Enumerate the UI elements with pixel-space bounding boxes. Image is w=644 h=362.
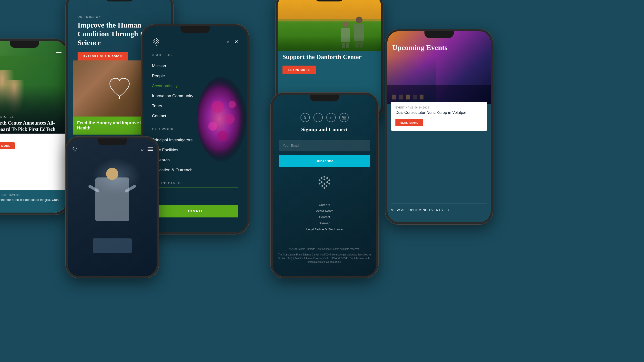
svg-point-33 (74, 151, 75, 152)
nav-item-mission[interactable]: Mission (152, 61, 238, 71)
menu-icon[interactable] (148, 147, 153, 151)
phone1-title: Danforth Center Announces All-Star Board… (0, 120, 62, 139)
about-us-label: ABOUT US (152, 53, 238, 59)
media-room-link[interactable]: Media Room (273, 208, 376, 214)
linkedin-icon[interactable]: in (326, 113, 336, 122)
svg-point-47 (324, 187, 325, 189)
phone-lab: ⌕ (66, 136, 158, 278)
svg-point-7 (157, 41, 158, 42)
svg-point-39 (328, 179, 330, 181)
svg-point-25 (76, 148, 77, 149)
phone1-header: 🔍 (0, 49, 62, 55)
arrow-icon: → (446, 207, 450, 213)
facebook-icon[interactable]: f (314, 113, 323, 122)
svg-point-24 (73, 148, 74, 149)
phone1-bottom-section: NEWS & STORIES 06.24.2019 Duis consectet… (0, 190, 66, 213)
svg-point-28 (74, 150, 75, 150)
svg-point-8 (156, 42, 157, 43)
event-tag: EVENT NAME 06.24.2019 (396, 106, 483, 109)
svg-point-19 (217, 131, 228, 141)
read-more-button[interactable]: READ MORE (0, 142, 15, 149)
svg-point-15 (212, 101, 224, 113)
svg-point-10 (158, 42, 159, 43)
svg-point-14 (197, 75, 247, 163)
svg-point-1 (156, 40, 157, 41)
svg-point-16 (225, 114, 235, 124)
svg-point-27 (76, 149, 76, 149)
svg-point-3 (157, 39, 158, 40)
svg-point-46 (326, 185, 327, 187)
mission-label: OUR MISSION (78, 15, 162, 18)
svg-point-6 (154, 41, 156, 42)
careers-link[interactable]: Careers (273, 202, 376, 208)
upcoming-events-title: Upcoming Events (392, 43, 486, 52)
svg-point-17 (208, 122, 217, 131)
twitter-icon[interactable]: 𝕏 (300, 113, 310, 122)
search-icon[interactable]: ⌕ (226, 39, 229, 44)
contact-link[interactable]: Contact (273, 214, 376, 220)
svg-point-13 (156, 45, 157, 45)
close-icon[interactable]: ✕ (234, 39, 238, 45)
phone4-content: Support the Danforth Center LEARN MORE (282, 48, 376, 79)
sitemap-link[interactable]: Sitemap (273, 220, 376, 226)
explore-mission-button[interactable]: EXPLORE OUR MISSION (78, 52, 128, 61)
cell-illustration (193, 70, 247, 180)
read-more-button[interactable]: READ MORE (396, 119, 423, 126)
svg-point-38 (318, 179, 320, 181)
phone1-bottom-tag: NEWS & STORIES 06.24.2019 (0, 194, 62, 196)
support-title: Support the Danforth Center (282, 53, 376, 61)
svg-point-23 (76, 147, 76, 148)
phone4-farm-image (278, 0, 381, 51)
menu-icon[interactable] (56, 51, 62, 54)
email-placeholder: Your Email (283, 144, 299, 147)
svg-point-12 (156, 43, 158, 44)
svg-point-37 (326, 177, 328, 179)
svg-point-4 (154, 40, 154, 41)
svg-point-36 (321, 177, 322, 179)
svg-point-0 (156, 38, 157, 39)
search-icon[interactable]: ⌕ (141, 147, 144, 152)
phone7-event-image (388, 31, 491, 104)
svg-point-11 (155, 43, 156, 44)
danforth-logo-small (72, 146, 78, 153)
learn-more-button[interactable]: LEARN MORE (282, 65, 316, 74)
phone5-lab-image (68, 138, 156, 276)
svg-point-9 (154, 42, 154, 43)
signup-connect-title: Signup and Connect (273, 126, 376, 133)
svg-point-31 (74, 150, 75, 151)
legal-link[interactable]: Legal Notice & Disclosure (273, 226, 376, 232)
event-title: Duis Consectetur Nunc Kurop in Volutpat.… (396, 110, 483, 115)
svg-point-41 (326, 181, 328, 183)
danforth-logo (152, 37, 161, 46)
svg-point-35 (324, 179, 325, 180)
svg-point-18 (228, 101, 236, 108)
svg-point-29 (73, 150, 74, 150)
svg-point-44 (328, 183, 330, 184)
svg-point-45 (322, 185, 323, 187)
svg-point-40 (321, 181, 322, 183)
view-all-events[interactable]: VIEW ALL UPCOMING EVENTS → (391, 204, 487, 213)
svg-point-5 (158, 40, 159, 41)
phone5-header: ⌕ (72, 146, 153, 153)
email-input[interactable]: Your Email (279, 140, 370, 151)
subscribe-button[interactable]: Subscribe (279, 155, 370, 167)
phone3-header: ⌕ ✕ (148, 35, 242, 48)
svg-point-22 (74, 147, 74, 148)
phone-signup: 𝕏 f in 📷 Signup and Connect Your Email S… (271, 93, 378, 278)
instagram-icon[interactable]: 📷 (339, 113, 348, 122)
danforth-logo-footer (317, 175, 332, 191)
copyright-text: © 2019 Donald Danforth Plant Science Cen… (278, 247, 371, 264)
donate-button[interactable]: DONATE (152, 205, 238, 217)
phone-news-stories: 🔍 NEWS & STORIES Danforth Center Announc… (0, 39, 68, 215)
svg-point-26 (74, 149, 74, 149)
phone1-bottom-text: Duis consectetur nunc in filoed lutpat f… (0, 198, 62, 206)
event-card: EVENT NAME 06.24.2019 Duis Consectetur N… (391, 102, 487, 131)
phone1-content: NEWS & STORIES Danforth Center Announces… (0, 112, 66, 153)
svg-point-42 (324, 183, 325, 185)
svg-point-32 (75, 150, 76, 151)
phone1-tag: NEWS & STORIES (0, 115, 62, 118)
svg-point-2 (154, 39, 156, 40)
svg-point-30 (76, 150, 77, 150)
get-involved-label: GET INVOLVED (152, 181, 238, 187)
svg-point-21 (74, 148, 75, 148)
